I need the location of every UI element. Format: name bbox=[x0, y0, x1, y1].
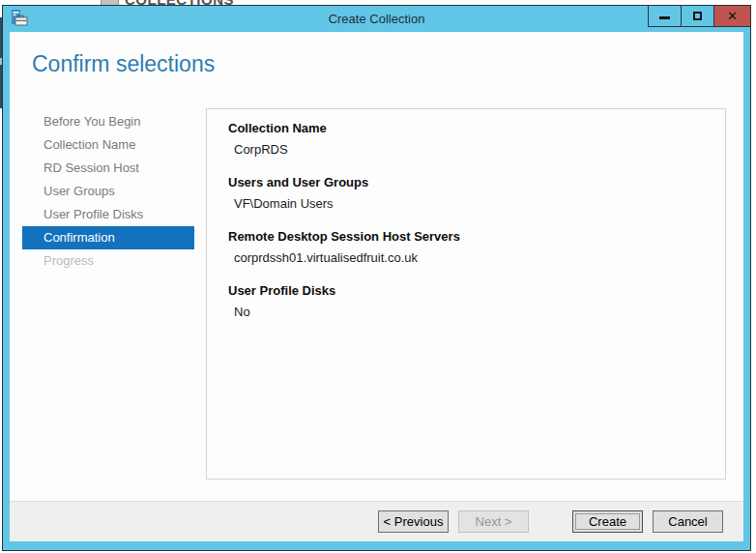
step-confirmation[interactable]: Confirmation bbox=[22, 226, 194, 249]
next-button: Next > bbox=[458, 510, 529, 533]
step-user-groups[interactable]: User Groups bbox=[22, 180, 194, 203]
footer: < Previous Next > Create Cancel bbox=[10, 501, 743, 541]
titlebar[interactable]: Create Collection ✕ bbox=[3, 6, 750, 32]
summary-group-session-host: Remote Desktop Session Host Servers corp… bbox=[228, 228, 715, 266]
summary-group-profile-disks: User Profile Disks No bbox=[228, 282, 715, 320]
summary-group-collection-name: Collection Name CorpRDS bbox=[228, 120, 715, 158]
step-rd-session-host[interactable]: RD Session Host bbox=[22, 157, 194, 180]
summary-label: Users and User Groups bbox=[228, 174, 715, 190]
summary-group-user-groups: Users and User Groups VF\Domain Users bbox=[228, 174, 715, 212]
window-title: Create Collection bbox=[3, 6, 750, 32]
create-button[interactable]: Create bbox=[572, 510, 643, 533]
client-area: Confirm selections Before You Begin Coll… bbox=[10, 32, 743, 541]
page-title: Confirm selections bbox=[32, 51, 215, 77]
close-icon: ✕ bbox=[727, 10, 738, 22]
summary-label: Collection Name bbox=[228, 120, 715, 136]
summary-value: VF\Domain Users bbox=[228, 195, 715, 212]
summary-label: Remote Desktop Session Host Servers bbox=[228, 228, 715, 245]
previous-button[interactable]: < Previous bbox=[378, 510, 449, 533]
window-controls: ✕ bbox=[649, 5, 751, 27]
summary-value: corprdssh01.virtualisedfruit.co.uk bbox=[228, 249, 715, 266]
minimize-icon bbox=[659, 16, 670, 19]
maximize-button[interactable] bbox=[681, 5, 714, 27]
summary-value: No bbox=[228, 304, 715, 320]
step-progress: Progress bbox=[22, 249, 194, 273]
create-collection-window: Create Collection ✕ Confirm selections B… bbox=[2, 5, 751, 551]
button-spacer bbox=[538, 521, 563, 522]
close-button[interactable]: ✕ bbox=[713, 5, 751, 27]
maximize-icon bbox=[693, 12, 702, 20]
cancel-button[interactable]: Cancel bbox=[653, 510, 723, 533]
summary-value: CorpRDS bbox=[228, 141, 715, 158]
step-before-you-begin[interactable]: Before You Begin bbox=[22, 110, 194, 133]
step-collection-name[interactable]: Collection Name bbox=[22, 133, 194, 157]
step-user-profile-disks[interactable]: User Profile Disks bbox=[22, 203, 194, 226]
summary-label: User Profile Disks bbox=[228, 282, 715, 299]
summary-panel: Collection Name CorpRDS Users and User G… bbox=[206, 108, 726, 480]
minimize-button[interactable] bbox=[648, 5, 682, 27]
wizard-steps: Before You Begin Collection Name RD Sess… bbox=[22, 110, 194, 273]
